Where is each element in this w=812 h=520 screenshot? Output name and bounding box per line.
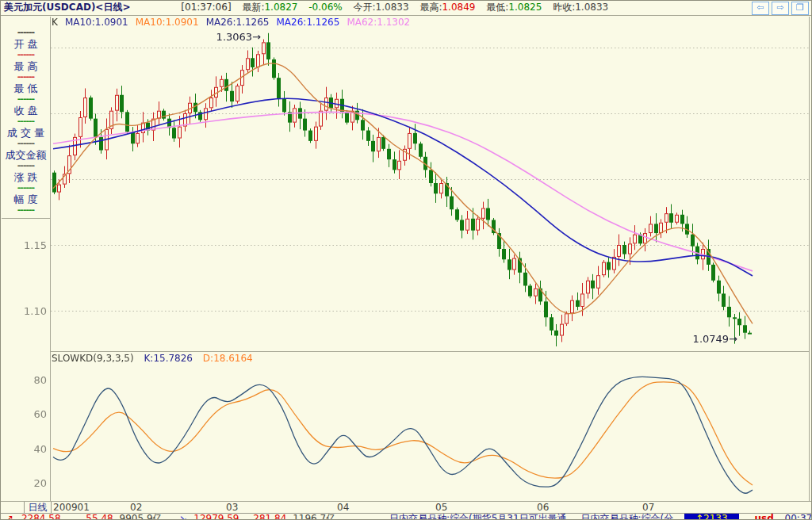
price-axis-label-110: 1.10 <box>15 305 47 317</box>
indicator-name: SLOWKD(9,3,3,5) <box>52 353 134 364</box>
indicator-d-value: D:18.6164 <box>203 353 253 364</box>
chart-type-label: K <box>52 17 58 28</box>
indicator-k-value: K:15.7826 <box>144 353 193 364</box>
price-and-indicator-chart-canvas[interactable] <box>1 1 812 520</box>
ma-legend-item: MA26:1.1265 <box>206 17 270 28</box>
kd-axis-label-80: 80 <box>15 374 47 386</box>
nav-button-group: ⇦ ⇨ ❐ <box>752 2 809 15</box>
ma-legend-item: MA62:1.1302 <box>347 17 410 28</box>
ma-legend-item: MA26:1.1265 <box>277 17 340 28</box>
price-axis-label-115: 1.15 <box>15 239 47 251</box>
cascade-windows-icon[interactable]: ❐ <box>791 2 809 15</box>
trading-app-window: 美元加元(USDCAD)<日线> [01:37:06] 最新:1.0827 -0… <box>0 0 812 520</box>
back-icon[interactable]: ⇦ <box>752 2 769 15</box>
ma-legend-item: MA10:1.0901 <box>65 17 128 28</box>
kd-axis-label-20: 20 <box>15 477 47 489</box>
forward-icon[interactable]: ⇨ <box>772 2 789 15</box>
high-price-annotation: 1.3063→ <box>193 31 261 43</box>
low-price-annotation: 1.0749→ <box>669 333 737 345</box>
ma-legend-item: MA10:1.0901 <box>136 17 199 28</box>
kd-axis-label-40: 40 <box>15 443 47 455</box>
kd-axis-label-60: 60 <box>15 408 47 420</box>
indicator-legend: SLOWKD(9,3,3,5) K:15.7826 D:18.6164 <box>52 354 260 365</box>
ma-legend: KMA10:1.0901MA10:1.0901MA26:1.1265MA26:1… <box>52 17 417 29</box>
